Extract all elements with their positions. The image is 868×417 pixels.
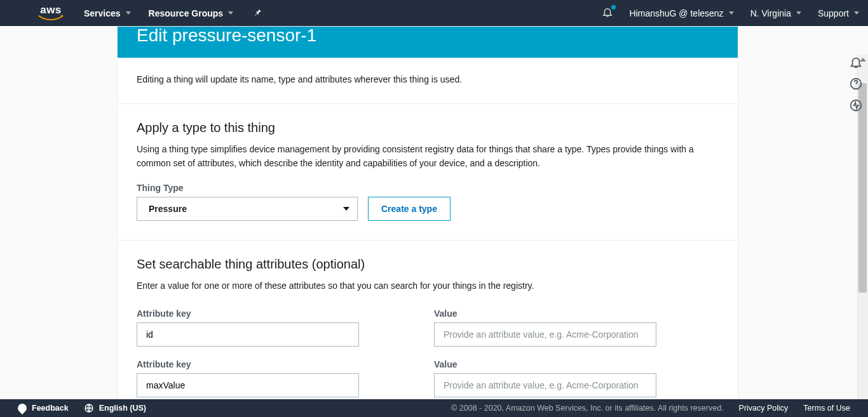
nav-support-label: Support xyxy=(818,8,849,18)
nav-right: HimanshuG @ telesenz N. Virginia Support xyxy=(602,6,859,20)
nav-account[interactable]: HimanshuG @ telesenz xyxy=(630,8,734,18)
notification-dot-icon xyxy=(611,5,616,10)
thing-type-select[interactable]: Pressure xyxy=(137,197,358,221)
thing-type-field-label: Thing Type xyxy=(137,183,719,193)
chevron-down-icon xyxy=(343,207,349,211)
attr-key-label: Attribute key xyxy=(137,359,359,369)
attr-value-input-1[interactable] xyxy=(434,373,656,397)
thing-type-selected: Pressure xyxy=(149,204,187,214)
thing-type-title: Apply a type to this thing xyxy=(137,121,719,135)
nav-account-label: HimanshuG @ telesenz xyxy=(630,8,724,18)
nav-services-label: Services xyxy=(84,8,121,18)
thing-type-section: Apply a type to this thing Using a thing… xyxy=(118,103,738,240)
intro-section: Editing a thing will update its name, ty… xyxy=(118,58,738,103)
attr-key-input-1[interactable] xyxy=(137,373,359,397)
page-banner: Edit pressure-sensor-1 xyxy=(118,27,738,58)
attributes-section: Set searchable thing attributes (optiona… xyxy=(118,240,738,417)
intro-text: Editing a thing will update its name, ty… xyxy=(137,74,719,84)
nav-support[interactable]: Support xyxy=(818,8,859,18)
content-card: Edit pressure-sensor-1 Editing a thing w… xyxy=(117,26,738,417)
activity-icon[interactable] xyxy=(849,98,863,112)
notifications-icon[interactable] xyxy=(602,6,613,20)
attr-value-label: Value xyxy=(434,308,656,319)
attr-key-input-0[interactable] xyxy=(137,322,359,347)
attributes-desc: Enter a value for one or more of these a… xyxy=(137,279,719,293)
attr-value-input-0[interactable] xyxy=(434,322,656,347)
caret-down-icon xyxy=(729,11,734,15)
caret-down-icon xyxy=(854,11,859,15)
aws-logo[interactable]: aws xyxy=(37,6,65,21)
right-icon-rail xyxy=(849,55,863,112)
caret-down-icon xyxy=(796,11,801,15)
attr-key-label: Attribute key xyxy=(137,308,359,319)
speech-bubble-icon xyxy=(16,402,29,414)
nav-services[interactable]: Services xyxy=(84,8,131,18)
create-type-button[interactable]: Create a type xyxy=(368,197,451,221)
top-nav: aws Services Resource Groups HimanshuG @… xyxy=(0,0,868,26)
nav-resource-groups[interactable]: Resource Groups xyxy=(149,8,233,18)
feedback-label: Feedback xyxy=(32,404,69,413)
svg-point-1 xyxy=(855,86,856,87)
nav-region-label: N. Virginia xyxy=(750,8,791,18)
aws-logo-text: aws xyxy=(40,6,62,15)
scrollbar-thumb[interactable] xyxy=(858,83,867,293)
footer: Feedback English (US) © 2008 - 2020, Ama… xyxy=(0,399,868,417)
bell-icon[interactable] xyxy=(849,55,863,69)
feedback-link[interactable]: Feedback xyxy=(18,404,69,413)
copyright: © 2008 - 2020, Amazon Web Services, Inc.… xyxy=(451,404,723,413)
caret-down-icon xyxy=(126,11,131,15)
pin-icon[interactable] xyxy=(254,8,262,18)
globe-icon xyxy=(84,403,94,413)
language-select[interactable]: English (US) xyxy=(84,403,146,413)
nav-resource-groups-label: Resource Groups xyxy=(149,8,223,18)
caret-down-icon xyxy=(228,11,233,15)
help-icon[interactable] xyxy=(849,77,863,91)
attributes-title: Set searchable thing attributes (optiona… xyxy=(137,257,719,272)
page-title: Edit pressure-sensor-1 xyxy=(137,27,316,46)
aws-smile-icon xyxy=(37,15,65,21)
thing-type-desc: Using a thing type simplifies device man… xyxy=(137,143,719,170)
page-body: Edit pressure-sensor-1 Editing a thing w… xyxy=(0,26,868,399)
attr-value-label: Value xyxy=(434,359,656,369)
nav-region[interactable]: N. Virginia xyxy=(750,8,801,18)
terms-link[interactable]: Terms of Use xyxy=(803,404,850,413)
language-label: English (US) xyxy=(99,404,146,413)
privacy-link[interactable]: Privacy Policy xyxy=(739,404,789,413)
